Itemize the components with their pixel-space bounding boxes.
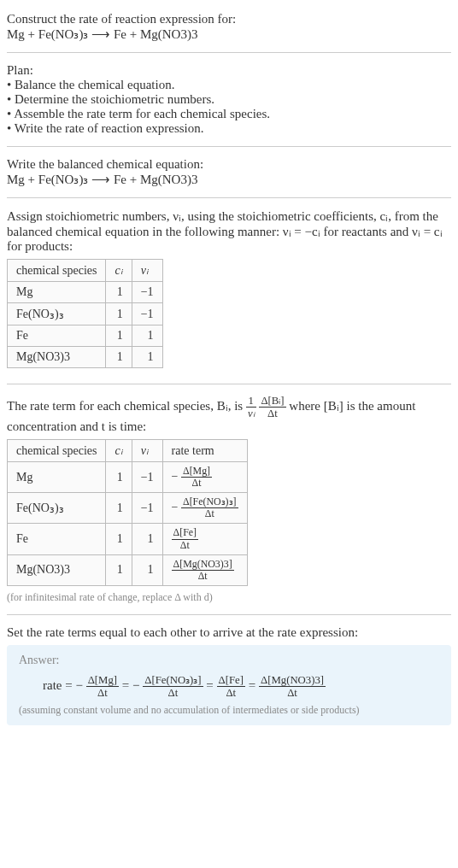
cell-v: 1 [132,524,162,554]
rate-intro: The rate term for each chemical species,… [7,395,451,434]
frac-num: Δ[Fe] [172,527,198,539]
intro-equation: Mg + Fe(NO₃)₃ ⟶ Fe + Mg(NO3)3 [7,26,451,42]
frac-num: Δ[Mg] [181,466,212,478]
table-header-row: chemical species cᵢ νᵢ [8,260,163,282]
answer-box: Answer: rate = − Δ[Mg]Δt = − Δ[Fe(NO₃)₃]… [7,645,451,725]
frac-num: Δ[Fe(NO₃)₃] [181,496,238,508]
balanced-heading: Write the balanced chemical equation: [7,157,451,172]
neg-sign: − [172,470,181,483]
cell-rate: − Δ[Mg]Δt [162,462,247,493]
divider [7,614,451,615]
answer-eq: = [206,678,216,692]
rate-frac: Δ[Fe]Δt [172,527,198,550]
col-rate: rate term [162,440,247,462]
frac-den: Δt [259,408,285,419]
answer-frac-2: Δ[Fe(NO₃)₃]Δt [143,674,203,699]
table-row: Mg 1 −1 − Δ[Mg]Δt [8,462,248,493]
frac-num: Δ[Fe] [217,674,245,687]
final-heading: Set the rate terms equal to each other t… [7,625,451,640]
table-row: Mg 1 −1 [8,282,163,303]
final-section: Set the rate terms equal to each other t… [7,620,451,730]
col-v-label: νᵢ [141,444,149,457]
table-row: Mg(NO3)3 1 1 Δ[Mg(NO3)3]Δt [8,554,248,585]
divider [7,197,451,198]
cell-c: 1 [106,326,132,347]
plan-item-text: Determine the stoichiometric numbers. [15,92,214,106]
table-header-row: chemical species cᵢ νᵢ rate term [8,440,248,462]
divider [7,384,451,384]
col-v-label: νᵢ [141,264,149,277]
cell-v: 1 [132,554,162,585]
rate-intro-pre: The rate term for each chemical species,… [7,399,246,413]
cell-c: 1 [106,282,132,303]
plan-item: • Balance the chemical equation. [7,78,451,92]
frac-den: νᵢ [246,408,256,419]
plan-item-text: Write the rate of reaction expression. [15,121,204,135]
cell-species: Fe [8,326,106,347]
rate-frac-1: 1 νᵢ [246,395,256,419]
frac-den: Δt [259,687,326,699]
stoich-intro: Assign stoichiometric numbers, νᵢ, using… [7,208,451,254]
plan-item: • Determine the stoichiometric numbers. [7,92,451,107]
cell-c: 1 [106,554,132,585]
plan-item-text: Balance the chemical equation. [15,78,174,91]
rate-table: chemical species cᵢ νᵢ rate term Mg 1 −1… [7,439,248,586]
cell-rate: Δ[Fe]Δt [162,524,247,554]
answer-prefix: rate = − [43,678,86,692]
frac-den: Δt [143,687,203,699]
stoich-table: chemical species cᵢ νᵢ Mg 1 −1 Fe(NO₃)₃ … [7,259,163,368]
rate-frac-2: Δ[Bᵢ] Δt [259,395,285,419]
stoich-section: Assign stoichiometric numbers, νᵢ, using… [7,203,451,378]
frac-den: Δt [217,687,245,699]
cell-species: Mg [8,282,106,303]
infinitesimal-note: (for infinitesimal rate of change, repla… [7,591,451,604]
col-species: chemical species [8,440,106,462]
answer-eq: = [249,678,259,692]
table-row: Mg(NO3)3 1 1 [8,347,163,368]
plan-heading: Plan: [7,63,451,78]
frac-num: Δ[Bᵢ] [259,395,285,408]
cell-species: Fe [8,524,106,554]
frac-num: Δ[Fe(NO₃)₃] [143,674,203,687]
rate-frac: Δ[Mg]Δt [181,466,212,489]
frac-num: Δ[Mg(NO3)3] [259,674,326,687]
col-v: νᵢ [132,260,162,282]
answer-expression: rate = − Δ[Mg]Δt = − Δ[Fe(NO₃)₃]Δt = Δ[F… [19,674,439,699]
col-c: cᵢ [106,260,132,282]
cell-v: −1 [132,493,162,524]
cell-species: Fe(NO₃)₃ [8,303,106,326]
cell-v: −1 [132,462,162,493]
frac-den: Δt [181,478,212,489]
col-v: νᵢ [132,440,162,462]
balanced-equation: Mg + Fe(NO₃)₃ ⟶ Fe + Mg(NO3)3 [7,172,451,187]
plan-item-text: Assemble the rate term for each chemical… [14,107,270,120]
cell-c: 1 [106,462,132,493]
frac-den: Δt [172,540,198,551]
balanced-section: Write the balanced chemical equation: Mg… [7,152,451,192]
col-c-label: cᵢ [114,444,122,457]
table-row: Fe(NO₃)₃ 1 −1 − Δ[Fe(NO₃)₃]Δt [8,493,248,524]
plan-section: Plan: • Balance the chemical equation. •… [7,58,451,141]
rate-frac: Δ[Mg(NO3)3]Δt [172,559,234,582]
frac-den: Δt [172,571,234,582]
cell-species: Mg(NO3)3 [8,554,106,585]
cell-v: −1 [132,282,162,303]
intro-title: Construct the rate of reaction expressio… [7,12,451,26]
answer-eq: = − [122,678,143,692]
divider [7,52,451,53]
table-row: Fe(NO₃)₃ 1 −1 [8,303,163,326]
answer-note: (assuming constant volume and no accumul… [19,704,439,717]
answer-frac-3: Δ[Fe]Δt [217,674,245,699]
plan-item: • Write the rate of reaction expression. [7,121,451,136]
frac-num: 1 [246,395,256,408]
answer-label: Answer: [19,654,439,667]
col-c-label: cᵢ [114,264,122,277]
answer-frac-4: Δ[Mg(NO3)3]Δt [259,674,326,699]
frac-num: Δ[Mg] [86,674,119,687]
plan-item: • Assemble the rate term for each chemic… [7,107,451,121]
rate-term-section: The rate term for each chemical species,… [7,390,451,609]
cell-rate: − Δ[Fe(NO₃)₃]Δt [162,493,247,524]
cell-v: 1 [132,347,162,368]
intro-section: Construct the rate of reaction expressio… [7,7,451,47]
table-row: Fe 1 1 Δ[Fe]Δt [8,524,248,554]
